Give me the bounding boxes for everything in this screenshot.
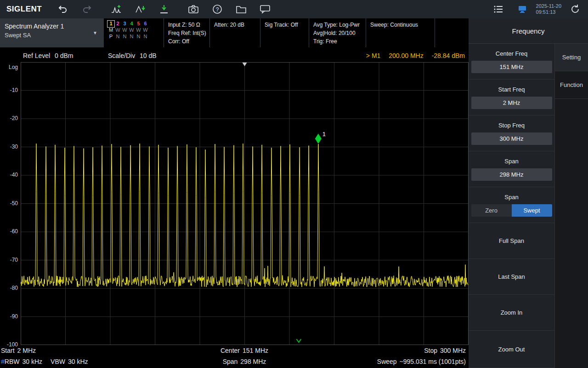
marker-frequency: 200.00 MHz (389, 52, 423, 59)
menu-title: Frequency (469, 18, 588, 44)
zoom-out-button[interactable]: Zoom Out (469, 331, 555, 368)
trace-3-number: 3 (121, 21, 128, 27)
y-axis-tick-label: -90 (10, 313, 18, 320)
start-freq-value[interactable]: 2 MHz (471, 97, 552, 109)
datetime-display: 2025-11-20 09:51:13 (536, 3, 561, 15)
marker-1-diamond (315, 133, 322, 144)
span-zero-option[interactable]: Zero (471, 204, 512, 217)
top-toolbar: SIGLENT ? (0, 0, 588, 18)
y-axis-tick-label: -60 (10, 228, 18, 235)
redo-icon[interactable] (78, 2, 96, 16)
avg-hold-status: Avg|Hold: 20/100 (313, 29, 362, 37)
trace-1-number: 1 (107, 21, 114, 27)
marker-readout: > M1 200.00 MHz -28.84 dBm (366, 52, 465, 59)
file-icon[interactable] (232, 2, 250, 16)
y-axis-labels: Log-10-20-30-40-50-60-70-80-90-100 (0, 62, 19, 350)
trace-6-detector: N (142, 34, 149, 40)
message-icon[interactable] (256, 2, 274, 16)
atten-cell[interactable]: Atten: 20 dB (209, 18, 260, 47)
trace-4-number: 4 (128, 21, 135, 27)
y-axis-tick-label: -20 (10, 115, 18, 121)
trace-5-detector: N (135, 34, 142, 40)
tab-function[interactable]: Function (555, 71, 588, 99)
sig-track-cell[interactable]: Sig Track: Off (260, 18, 309, 47)
avg-trig-cell[interactable]: Avg Type: Log-Pwr Avg|Hold: 20/100 Trig:… (309, 18, 366, 47)
zoom-in-button[interactable]: Zoom In (469, 295, 555, 331)
y-axis-tick-label: -30 (10, 144, 18, 150)
last-span-button[interactable]: Last Span (469, 259, 555, 295)
span-value[interactable]: 298 MHz (471, 168, 552, 181)
x-axis-annotation-row2: #RBW30 kHzVBW30 kHz Span298 MHz Sweep~99… (0, 357, 469, 368)
sweep-cell[interactable]: Sweep: Continuous (366, 18, 435, 47)
marker-1-label: 1 (322, 131, 326, 138)
scale-div-readout[interactable]: Scale/Div 10 dB (108, 52, 157, 59)
auto-tune-icon[interactable] (107, 2, 125, 16)
frequency-menu-panel: Frequency Center Freq 151 MHz Start Freq… (469, 18, 588, 368)
date-text: 2025-11-20 (536, 3, 561, 9)
stop-freq-button[interactable]: Stop Freq 300 MHz (469, 115, 555, 151)
freq-ref-status: Freq Ref: Int(S) (168, 29, 206, 37)
y-axis-tick-label: -10 (10, 87, 18, 93)
input-z-status: Input Z: 50 Ω (168, 21, 206, 29)
y-axis-tick-label: -50 (10, 200, 18, 207)
full-span-button[interactable]: Full Span (469, 223, 555, 259)
chevron-down-icon: ▼ (93, 30, 97, 35)
sweep-status: Sweep: Continuous (370, 21, 431, 29)
start-freq-button[interactable]: Start Freq 2 MHz (469, 80, 555, 115)
svg-text:?: ? (216, 6, 219, 13)
measurement-mode: Swept SA (5, 32, 104, 39)
ref-level-value: 0 dBm (55, 52, 73, 59)
undo-icon[interactable] (54, 2, 72, 16)
mode-selector-dropdown[interactable]: Spectrum Analyzer 1 Swept SA ▼ (0, 18, 104, 47)
sweep-time-readout[interactable]: Sweep~995.031 ms (1001pts) (377, 358, 466, 365)
history-icon[interactable] (566, 2, 584, 16)
center-freq-readout: Center151 MHz (220, 347, 268, 354)
spectrum-analyzer-screen: SIGLENT ? (0, 0, 588, 368)
trig-status: Trig: Free (313, 37, 362, 46)
span-swept-option[interactable]: Swept (512, 204, 552, 217)
marker-amplitude: -28.84 dBm (432, 52, 465, 59)
spectrum-plot[interactable]: 1 (21, 62, 469, 345)
ref-level-label: Ref Level (23, 52, 50, 59)
peak-search-icon[interactable] (131, 2, 149, 16)
input-settings-cell[interactable]: Input Z: 50 Ω Freq Ref: Int(S) Corr: Off (164, 18, 209, 47)
span-readout[interactable]: Span298 MHz (223, 358, 266, 365)
preset-icon[interactable] (155, 2, 173, 16)
center-freq-button[interactable]: Center Freq 151 MHz (469, 44, 555, 80)
trace-3-detector: N (121, 34, 128, 40)
center-freq-value[interactable]: 151 MHz (471, 61, 552, 73)
trace-1-detector: P (107, 34, 114, 40)
marker-id: > M1 (366, 52, 381, 59)
span-mode-button[interactable]: Span Zero Swept (469, 187, 555, 223)
trace-2-detector: N (114, 34, 121, 40)
chart-header: Ref Level 0 dBm Scale/Div 10 dB > M1 200… (0, 50, 469, 62)
rbw-vbw-readout[interactable]: #RBW30 kHzVBW30 kHz (1, 358, 88, 365)
span-mode-toggle: Zero Swept (471, 204, 552, 217)
trace-4-mode: W (128, 27, 135, 34)
menu-side-tabs: Setting Function (555, 44, 588, 368)
scale-value: 10 dB (140, 52, 157, 59)
span-button[interactable]: Span 298 MHz (469, 151, 555, 187)
rbw-coupled-flag: # (1, 358, 5, 365)
trace-table[interactable]: 1 2 3 4 5 6 M W W W W W P N N N N N (104, 18, 164, 47)
tab-setting[interactable]: Setting (555, 44, 588, 71)
stop-freq-value[interactable]: 300 MHz (471, 132, 552, 145)
trace-6-mode: W (142, 27, 149, 34)
trace-1-mode: M (107, 27, 114, 34)
y-axis-scale-type: Log (9, 64, 18, 70)
help-icon[interactable]: ? (208, 2, 226, 16)
y-axis-tick-label: -40 (10, 172, 18, 178)
menu-buttons-column: Center Freq 151 MHz Start Freq 2 MHz Sto… (469, 44, 555, 368)
ref-level-readout[interactable]: Ref Level 0 dBm (23, 52, 74, 59)
task-list-icon[interactable] (489, 2, 508, 16)
status-bar-filler (435, 18, 469, 47)
trace-4-detector: N (128, 34, 135, 40)
start-freq-readout: Start2 MHz (1, 347, 36, 354)
trace-5-number: 5 (135, 21, 142, 27)
y-axis-tick-label: -80 (10, 285, 18, 291)
status-bar: Spectrum Analyzer 1 Swept SA ▼ 1 2 3 4 5… (0, 18, 469, 47)
scale-label: Scale/Div (108, 52, 135, 59)
screenshot-icon[interactable] (184, 2, 203, 16)
chart-area[interactable]: 1 (21, 62, 469, 345)
lan-status-icon[interactable] (513, 2, 531, 16)
